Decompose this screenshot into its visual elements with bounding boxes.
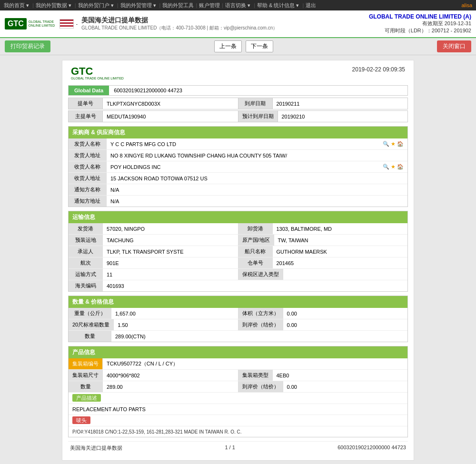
weight-value: 1,657.00 <box>111 308 238 319</box>
container-no-label: 集装箱编号 <box>69 358 103 369</box>
weight-label: 重量（公斤） <box>69 308 111 319</box>
quantity-q-value: 289.00(CTN) <box>111 331 407 342</box>
quantity-p-value: 289.00 <box>103 381 238 392</box>
notify-addr-label: 通知方地址 <box>69 196 107 207</box>
nav-help[interactable]: 帮助 & 统计信息 <box>257 2 295 9</box>
origin-port-label: 发货港 <box>69 223 103 234</box>
shipper-home-icon[interactable]: 🏠 <box>397 141 404 147</box>
nav-logout[interactable]: 退出 <box>306 2 316 9</box>
prev-button-top[interactable]: 上一条 <box>214 40 242 52</box>
nav-portal[interactable]: 我的外贸门户 <box>78 2 109 9</box>
transport-mode-label: 运输方式 <box>69 269 103 280</box>
container-type-label: 集装箱类型 <box>238 370 273 381</box>
us-flag <box>60 19 74 29</box>
doc-footer-page: 1 / 1 <box>225 444 235 452</box>
customs-label: 海关编码 <box>69 280 103 291</box>
shipper-value: Y C C PARTS MFG CO LTD <box>110 141 176 147</box>
shipper-star-icon[interactable]: ★ <box>391 141 396 147</box>
transport-section-header: 运输信息 <box>69 211 407 223</box>
nav-home[interactable]: 我的首页 <box>4 2 25 9</box>
volume-label: 体积（立方米） <box>238 308 283 319</box>
marks-label: 唛头 <box>72 416 90 424</box>
arrival-price-q-label: 到岸价（结价） <box>238 319 283 330</box>
bill-no-label: 提单号 <box>69 98 103 109</box>
notify-label: 通知方名称 <box>69 184 107 195</box>
consignee-label: 收货人名称 <box>69 161 107 172</box>
consignee-value: POY HOLDINGS INC <box>110 164 161 170</box>
doc-footer-source: 美国海关进口提单数据 <box>70 444 122 452</box>
product-desc-label: 产品描述 <box>72 394 101 402</box>
notify-value: N/A <box>107 184 407 195</box>
container20-value: 1.50 <box>114 319 238 330</box>
right-company-name: GLOBAL TRADE ONLINE LIMITED (A) <box>369 13 471 20</box>
warehouse-label: 仓单号 <box>238 257 273 268</box>
dest-port-label: 卸货港 <box>238 223 273 234</box>
company-subtitle: GLOBAL TRADE ONLINE LIMITED（电话：400-710-3… <box>81 25 278 31</box>
doc-datetime: 2019-02-22 09:09:35 <box>352 66 405 73</box>
product-desc-value: REPLACEMENT AUTO PARTS <box>72 406 146 412</box>
vessel-label: 船只名称 <box>238 246 273 257</box>
doc-footer-id: 600320190212000000 44723 <box>337 444 406 452</box>
container-type-value: 4EB0 <box>273 370 408 381</box>
nav-manage[interactable]: 我的外贸管理 <box>120 2 152 9</box>
consignee-addr-label: 收货人地址 <box>69 173 107 184</box>
doc-logo: GTC GLOBAL TRADE ONLINE LIMITED <box>71 66 124 80</box>
origin-country-value: TW, TAIWAN <box>274 235 407 246</box>
consignee-home-icon[interactable]: 🏠 <box>397 164 404 170</box>
warehouse-value: 201465 <box>273 257 408 268</box>
logo-area: GTC GLOBAL TRADEONLINE LIMITED <box>5 18 55 29</box>
quantity-q-label: 数量 <box>69 331 111 342</box>
next-button-top[interactable]: 下一条 <box>246 40 273 52</box>
shipper-addr-value: NO 8 XINGYE RD LUKANG TOWNSHIP CHANG HUA… <box>107 150 407 161</box>
container-no-value: TCKU9507722（CN / L / CY） <box>103 358 407 369</box>
print-button-top[interactable]: 打印贸易记录 <box>5 40 50 52</box>
quantity-p-label: 数量 <box>69 381 103 392</box>
nav-tools[interactable]: 我的外贸工具 <box>162 2 194 9</box>
arrival-price-q-value: 0.00 <box>283 319 408 330</box>
master-bill-label: 主提单号 <box>69 111 103 122</box>
container-size-label: 集装箱尺寸 <box>69 370 103 381</box>
master-bill-value: MEDUTA190940 <box>103 111 238 122</box>
volume-value: 0.00 <box>283 308 408 319</box>
est-arrival-value: 20190210 <box>278 111 408 122</box>
pre-load-value: TAICHUNG <box>103 235 238 246</box>
page-title: 美国海关进口提单数据 <box>81 16 278 25</box>
consignee-star-icon[interactable]: ★ <box>391 164 396 170</box>
arrival-date-value: 20190211 <box>273 98 408 109</box>
consignee-addr-value: 15 JACKSON ROAD TOTOWA 07512 US <box>107 173 407 184</box>
username-display: alisa <box>461 2 472 8</box>
global-data-label: Global Data <box>69 86 109 95</box>
marks-value: P/O#:Y418018 C/NO:1-22,53-159, 161-281,2… <box>72 429 242 434</box>
voyage-value: 901E <box>103 257 238 268</box>
dest-port-value: 1303, BALTIMORE, MD <box>273 223 408 234</box>
carrier-label: 承运人 <box>69 246 103 257</box>
ldr-text: 可用时段（LDR）：200712 - 201902 <box>369 27 471 34</box>
container20-label: 20尺标准箱数量 <box>69 319 114 330</box>
est-arrival-label: 预计到岸日期 <box>238 111 278 122</box>
shipper-search-icon[interactable]: 🔍 <box>383 141 389 147</box>
customs-value: 401693 <box>103 280 407 291</box>
shipper-section-header: 采购商 & 供应商信息 <box>69 127 407 138</box>
product-section-header: 产品信息 <box>69 346 407 358</box>
voyage-label: 航次 <box>69 257 103 268</box>
pre-load-label: 预装运地 <box>69 235 103 246</box>
nav-language[interactable]: 语言切换 <box>225 2 246 9</box>
ftz-value <box>283 269 408 280</box>
shipper-addr-label: 发货人地址 <box>69 150 107 161</box>
vessel-value: GUTHORM MAERSK <box>273 246 408 257</box>
shipper-label: 发货人名称 <box>69 138 107 149</box>
global-data-value: 600320190212000000 44723 <box>109 86 187 95</box>
origin-country-label: 原产国/地区 <box>238 235 274 246</box>
notify-addr-value: N/A <box>107 196 407 207</box>
ftz-label: 保税区进入类型 <box>238 269 283 280</box>
arrival-date-label: 到岸日期 <box>238 98 273 109</box>
nav-my-data[interactable]: 我的外贸数据 <box>36 2 67 9</box>
arrival-price-p-label: 到岸价（结价） <box>238 381 283 392</box>
bill-no-value: TLKPTXGNYC8D003X <box>103 98 238 109</box>
nav-account[interactable]: 账户管理 <box>199 2 220 9</box>
origin-port-value: 57020, NINGPO <box>103 223 238 234</box>
quantity-section-header: 数量 & 价格信息 <box>69 296 407 308</box>
consignee-search-icon[interactable]: 🔍 <box>383 164 389 170</box>
close-button-top[interactable]: 关闭窗口 <box>437 40 471 52</box>
container-size-value: 4000*906*802 <box>103 370 238 381</box>
